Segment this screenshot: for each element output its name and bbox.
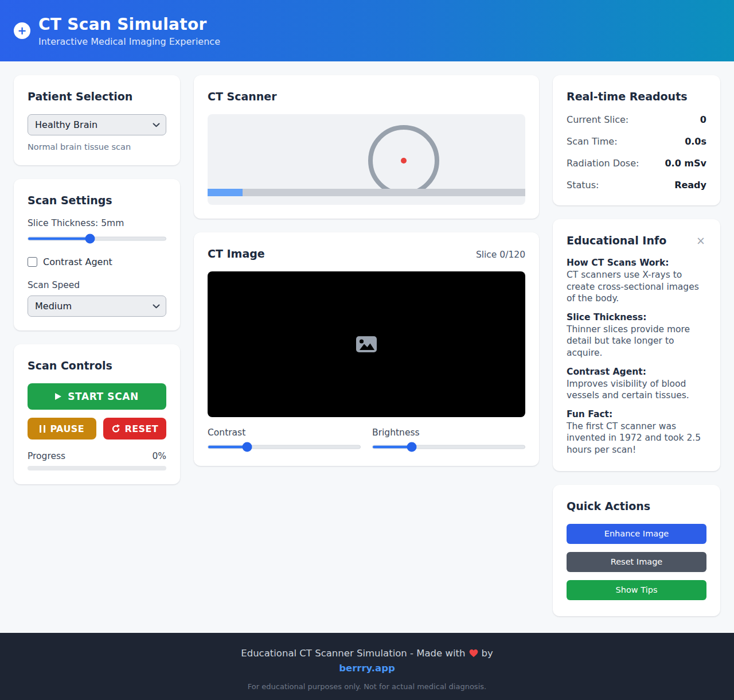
slider-fill (28, 238, 90, 240)
left-column: Patient Selection Healthy Brain Normal b… (14, 75, 180, 484)
scanner-viewport (208, 114, 525, 205)
scan-target-dot (401, 158, 407, 164)
readout-value: 0 (700, 114, 706, 125)
ct-image-title: CT Image (208, 247, 265, 260)
slider-track (208, 445, 361, 449)
ct-scanner-card: CT Scanner (194, 75, 539, 219)
berrry-app-link[interactable]: berrry.app (339, 663, 395, 674)
slice-indicator: Slice 0/120 (476, 250, 525, 260)
scan-speed-select[interactable]: Medium (28, 295, 166, 317)
edu-heading: Fun Fact: (567, 409, 706, 419)
scan-settings-title: Scan Settings (28, 194, 166, 207)
slider-fill (208, 446, 248, 449)
readouts-title: Real-time Readouts (567, 90, 706, 103)
readouts-card: Real-time Readouts Current Slice: 0 Scan… (553, 75, 720, 205)
quick-actions-card: Quick Actions Enhance Image Reset Image … (553, 485, 720, 616)
contrast-label: Contrast (208, 427, 361, 438)
edu-heading: Slice Thickness: (567, 312, 706, 322)
edu-body: The first CT scanner was invented in 197… (567, 421, 706, 456)
edu-heading: How CT Scans Work: (567, 258, 706, 268)
brightness-label: Brightness (372, 427, 525, 438)
footer-disclaimer: For educational purposes only. Not for a… (11, 682, 723, 691)
readout-row-scan-time: Scan Time: 0.0s (567, 136, 706, 147)
edu-body: Improves visibility of blood vessels and… (567, 378, 706, 402)
plus-icon: + (14, 22, 30, 39)
close-icon[interactable]: × (695, 234, 706, 247)
readout-value: 0.0 mSv (665, 158, 706, 169)
edu-section-how-ct-works: How CT Scans Work: CT scanners use X-ray… (567, 258, 706, 305)
quick-actions-title: Quick Actions (567, 500, 706, 512)
readout-label: Status: (567, 180, 599, 190)
readout-row-radiation-dose: Radiation Dose: 0.0 mSv (567, 158, 706, 169)
slice-thickness-slider[interactable] (28, 234, 166, 244)
contrast-agent-checkbox[interactable] (28, 257, 37, 267)
slider-track (28, 237, 166, 241)
app-header: + CT Scan Simulator Interactive Medical … (0, 0, 734, 61)
edu-section-slice-thickness: Slice Thickness: Thinner slices provide … (567, 312, 706, 359)
slider-fill (373, 446, 412, 449)
readout-row-current-slice: Current Slice: 0 (567, 114, 706, 125)
center-column: CT Scanner CT Image Slice 0/120 (194, 75, 539, 466)
pause-button[interactable]: PAUSE (28, 418, 96, 440)
readout-label: Radiation Dose: (567, 158, 639, 169)
edu-body: Thinner slices provide more detail but t… (567, 324, 706, 359)
progress-label: Progress (28, 451, 65, 461)
readout-label: Current Slice: (567, 114, 628, 125)
progress-value: 0% (152, 451, 166, 461)
slice-thickness-label: Slice Thickness: 5mm (28, 218, 166, 228)
image-placeholder-icon (356, 335, 377, 354)
edu-body: CT scanners use X-rays to create cross-s… (567, 269, 706, 305)
scan-settings-card: Scan Settings Slice Thickness: 5mm Contr… (14, 179, 180, 330)
main-content: Patient Selection Healthy Brain Normal b… (0, 61, 734, 633)
footer-by-text: by (482, 648, 493, 659)
ct-image-canvas (208, 271, 525, 417)
contrast-agent-label[interactable]: Contrast Agent (43, 256, 112, 267)
educational-info-title: Educational Info (567, 234, 666, 247)
slider-thumb[interactable] (85, 234, 95, 244)
readout-row-status: Status: Ready (567, 180, 706, 190)
ct-scanner-title: CT Scanner (208, 90, 525, 103)
educational-info-card: Educational Info × How CT Scans Work: CT… (553, 219, 720, 471)
play-icon (55, 393, 61, 400)
reset-button[interactable]: RESET (103, 418, 166, 440)
app-subtitle: Interactive Medical Imaging Experience (38, 36, 220, 47)
start-scan-button[interactable]: START SCAN (28, 383, 166, 410)
patient-description: Normal brain tissue scan (28, 142, 166, 151)
patient-select[interactable]: Healthy Brain (28, 114, 166, 135)
scan-beam-fill (208, 189, 243, 196)
show-tips-button[interactable]: Show Tips (567, 580, 706, 600)
slider-thumb[interactable] (243, 442, 252, 452)
scan-speed-label: Scan Speed (28, 280, 166, 290)
scan-controls-card: Scan Controls START SCAN PAUSE (14, 344, 180, 484)
pause-icon (40, 425, 45, 433)
scan-controls-title: Scan Controls (28, 359, 166, 372)
reset-icon (111, 424, 120, 433)
patient-selection-title: Patient Selection (28, 90, 166, 103)
footer-text: Educational CT Scanner Simulation - Made… (241, 648, 465, 659)
edu-section-fun-fact: Fun Fact: The first CT scanner was inven… (567, 409, 706, 456)
contrast-slider[interactable] (208, 442, 361, 452)
readout-label: Scan Time: (567, 136, 618, 147)
progress-bar (28, 466, 166, 470)
scan-beam-track (208, 189, 525, 196)
right-column: Real-time Readouts Current Slice: 0 Scan… (553, 75, 720, 616)
readout-value: Ready (674, 180, 706, 190)
slider-track (372, 445, 525, 449)
app-title: CT Scan Simulator (38, 15, 220, 34)
heart-icon (469, 649, 478, 658)
patient-selection-card: Patient Selection Healthy Brain Normal b… (14, 75, 180, 165)
edu-heading: Contrast Agent: (567, 367, 706, 377)
reset-image-button[interactable]: Reset Image (567, 552, 706, 572)
enhance-image-button[interactable]: Enhance Image (567, 524, 706, 544)
brightness-slider[interactable] (372, 442, 525, 452)
ct-image-card: CT Image Slice 0/120 Contrast (194, 232, 539, 466)
readout-value: 0.0s (685, 136, 706, 147)
slider-thumb[interactable] (407, 442, 417, 452)
app-footer: Educational CT Scanner Simulation - Made… (0, 633, 734, 700)
edu-section-contrast-agent: Contrast Agent: Improves visibility of b… (567, 367, 706, 402)
